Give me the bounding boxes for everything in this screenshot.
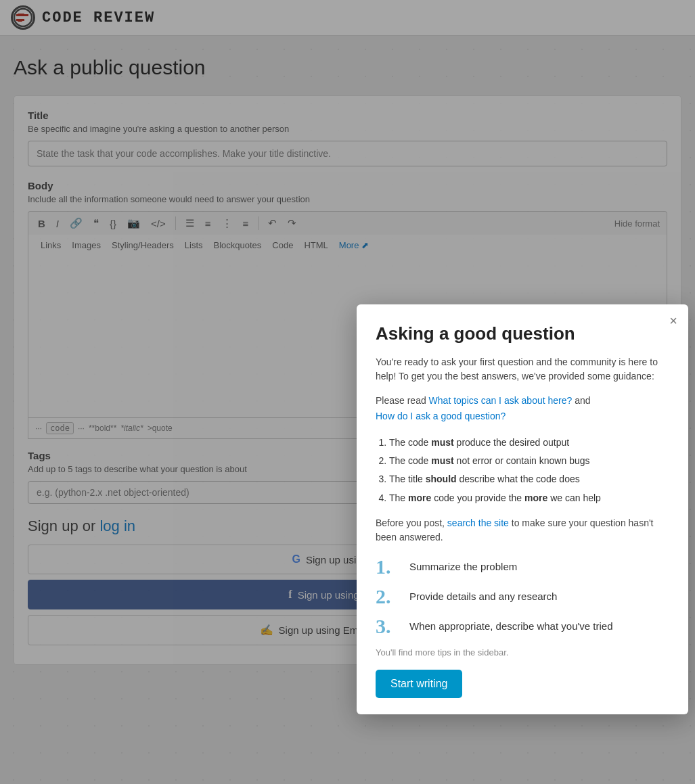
search-site-link[interactable]: search the site — [447, 517, 509, 528]
modal-step-1: 1. Summarize the problem — [376, 557, 669, 577]
modal-links-and: and — [575, 395, 590, 406]
rule-1: The code must produce the desired output — [389, 434, 669, 451]
modal-intro: You're ready to ask your first question … — [376, 355, 669, 384]
modal-step-2: 2. Provide details and any research — [376, 586, 669, 607]
rule-4: The more code you provide the more we ca… — [389, 490, 669, 507]
start-writing-button[interactable]: Start writing — [376, 670, 462, 698]
good-question-link[interactable]: How do I ask a good question? — [376, 411, 506, 421]
modal-overlay: × Asking a good question You're ready to… — [0, 0, 695, 784]
modal-links-prefix: Please read — [376, 395, 426, 406]
modal-title: Asking a good question — [376, 323, 669, 344]
modal-step-3: 3. When appropriate, describe what you'v… — [376, 616, 669, 637]
rule-2: The code must not error or contain known… — [389, 453, 669, 469]
modal-rules: The code must produce the desired output… — [376, 434, 669, 507]
modal-close-button[interactable]: × — [669, 314, 677, 327]
rule-3: The title should describe what the code … — [389, 471, 669, 488]
step-text-3: When appropriate, describe what you've t… — [409, 616, 613, 633]
modal-tip: You'll find more tips in the sidebar. — [376, 647, 669, 658]
modal-links: Please read What topics can I ask about … — [376, 393, 669, 423]
search-note-prefix: Before you post, — [376, 517, 445, 528]
step-num-1: 1. — [376, 557, 400, 577]
step-num-2: 2. — [376, 586, 400, 607]
asking-good-question-modal: × Asking a good question You're ready to… — [357, 304, 688, 714]
modal-search-note: Before you post, search the site to make… — [376, 516, 669, 545]
step-text-2: Provide details and any research — [409, 586, 557, 603]
modal-steps: 1. Summarize the problem 2. Provide deta… — [376, 557, 669, 637]
topics-link[interactable]: What topics can I ask about here? — [429, 395, 573, 406]
step-num-3: 3. — [376, 616, 400, 637]
step-text-1: Summarize the problem — [409, 557, 517, 574]
